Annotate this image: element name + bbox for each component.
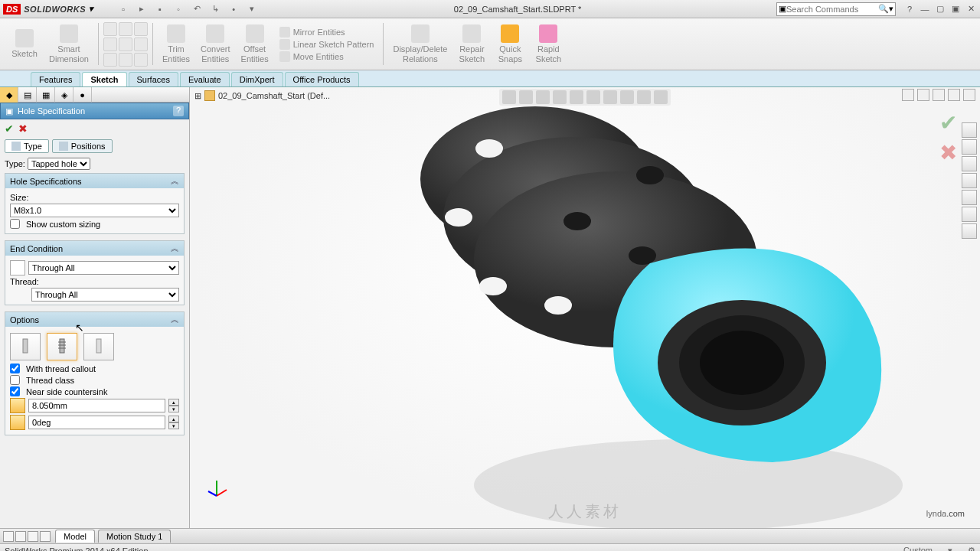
rapid-sketch-button[interactable]: Rapid Sketch — [530, 20, 567, 68]
maximize-icon[interactable]: ▣ — [949, 3, 962, 15]
minimize-icon[interactable]: — — [919, 3, 931, 15]
tab-motion-study[interactable]: Motion Study 1 — [98, 530, 171, 543]
help-icon[interactable]: ? — [903, 3, 916, 15]
search-commands[interactable]: ▣ 🔍 ▾ — [776, 2, 896, 16]
display-relations-button[interactable]: Display/Delete Relations — [388, 20, 452, 68]
dropdown-icon[interactable]: ▾ — [89, 4, 93, 14]
tab-surfaces[interactable]: Surfaces — [129, 72, 178, 86]
positions-tab-label: Positions — [71, 142, 106, 151]
tab-office-products[interactable]: Office Products — [285, 72, 359, 86]
display-manager-icon[interactable]: ● — [74, 87, 92, 103]
prev-tab-icon[interactable] — [15, 531, 26, 542]
sketch-tools-grid — [103, 20, 148, 68]
collapse-icon[interactable]: ︽ — [171, 243, 179, 254]
collapse-icon[interactable]: ︽ — [171, 175, 179, 187]
tab-model[interactable]: Model — [55, 530, 95, 543]
status-gear-icon[interactable]: ⚙ — [968, 546, 975, 551]
help-icon[interactable]: ? — [173, 106, 184, 116]
select-icon[interactable]: ↳ — [208, 2, 222, 16]
offset-entities-button[interactable]: Offset Entities — [237, 20, 273, 68]
tab-evaluate[interactable]: Evaluate — [180, 72, 230, 86]
end-condition-select[interactable]: Through All — [28, 261, 179, 275]
collapse-icon[interactable]: ︽ — [171, 314, 179, 325]
remove-thread-option[interactable] — [83, 333, 114, 360]
point-icon[interactable] — [103, 53, 117, 67]
fillet-icon[interactable] — [134, 53, 148, 67]
next-tab-icon[interactable] — [28, 531, 38, 542]
tab-features[interactable]: Features — [31, 72, 80, 86]
trim-entities-button[interactable]: Trim Entities — [158, 20, 194, 68]
pattern-icon — [279, 39, 290, 50]
svg-rect-5 — [96, 339, 101, 353]
spin-up[interactable]: ▴ — [168, 399, 179, 406]
arc-icon[interactable] — [134, 22, 148, 36]
repair-sketch-button[interactable]: Repair Sketch — [453, 20, 490, 68]
size-select[interactable]: M8x1.0 — [10, 204, 179, 217]
print-icon[interactable]: ◦ — [172, 2, 185, 16]
thread-class-checkbox[interactable] — [10, 375, 20, 385]
rebuild-icon[interactable]: • — [227, 2, 240, 16]
property-manager-icon[interactable]: ▤ — [18, 87, 37, 103]
cosmetic-thread-option[interactable] — [10, 333, 41, 360]
undo-icon[interactable]: ↶ — [190, 2, 204, 16]
search-input[interactable] — [786, 5, 878, 14]
dimxpert-manager-icon[interactable]: ◈ — [55, 87, 74, 103]
tab-type[interactable]: Type — [5, 139, 49, 153]
status-units-icon[interactable]: ▾ — [948, 546, 952, 551]
tab-dimxpert[interactable]: DimXpert — [231, 72, 283, 86]
circle-icon[interactable] — [119, 22, 132, 36]
open-icon[interactable]: ▸ — [135, 2, 149, 16]
size-label: Size: — [10, 193, 179, 202]
thread-display-options — [10, 333, 179, 360]
spline-icon[interactable] — [134, 37, 148, 51]
config-manager-icon[interactable]: ▦ — [37, 87, 55, 103]
spin-down[interactable]: ▾ — [168, 406, 179, 412]
new-icon[interactable]: ▫ — [116, 2, 130, 16]
convert-entities-button[interactable]: Convert Entities — [196, 20, 235, 68]
display-label: Display/Delete Relations — [393, 44, 447, 63]
offset-label: Offset Entities — [241, 44, 269, 63]
with-thread-callout-checkbox[interactable] — [10, 364, 20, 373]
first-tab-icon[interactable] — [3, 531, 14, 542]
last-tab-icon[interactable] — [40, 531, 51, 542]
smart-dimension-button[interactable]: Smart Dimension — [44, 20, 93, 68]
section-header[interactable]: End Condition︽ — [5, 241, 184, 256]
quick-snaps-button[interactable]: Quick Snaps — [492, 20, 528, 68]
direction-icon[interactable] — [10, 260, 25, 276]
cancel-button[interactable]: ✖ — [18, 122, 28, 135]
search-icon[interactable]: 🔍 — [878, 4, 889, 14]
save-icon[interactable]: ▪ — [153, 2, 167, 16]
watermark-secondary: 人人素材 — [548, 501, 622, 522]
ellipse-icon[interactable] — [119, 53, 132, 67]
cs-angle-input[interactable] — [28, 416, 165, 429]
status-edition: SolidWorks Premium 2014 x64 Edition — [5, 546, 149, 552]
slot-icon[interactable] — [119, 37, 132, 51]
feature-tree-icon[interactable]: ◆ — [0, 87, 18, 103]
linear-pattern-button[interactable]: Linear Sketch Pattern — [279, 39, 374, 50]
type-select[interactable]: Tapped hole — [28, 158, 90, 170]
ok-button[interactable]: ✔ — [5, 122, 14, 135]
sketch-button[interactable]: Sketch — [6, 20, 43, 68]
graphics-viewport[interactable]: ⊞ 02_09_Camshaft_Start (Def... ✔ ✖ — [190, 87, 980, 528]
close-icon[interactable]: ✕ — [965, 3, 977, 15]
line-icon[interactable] — [103, 22, 117, 36]
restore-icon[interactable]: ▢ — [934, 3, 946, 15]
tab-positions[interactable]: Positions — [52, 139, 113, 153]
near-side-countersink-checkbox[interactable] — [10, 386, 20, 396]
command-tabs: Features Sketch Surfaces Evaluate DimXpe… — [0, 70, 980, 87]
thread-select[interactable]: Through All — [31, 288, 179, 302]
section-header[interactable]: Hole Specifications︽ — [5, 174, 184, 188]
show-custom-sizing-checkbox[interactable] — [10, 219, 20, 229]
move-entities-button[interactable]: Move Entities — [279, 51, 374, 62]
thread-with-callout-option[interactable] — [47, 333, 77, 360]
section-header[interactable]: Options︽ — [5, 312, 184, 327]
mirror-entities-button[interactable]: Mirror Entities — [279, 27, 374, 37]
spin-down[interactable]: ▾ — [168, 422, 179, 429]
section-title: Options — [10, 315, 39, 324]
spin-up[interactable]: ▴ — [168, 416, 179, 422]
search-dropdown-icon[interactable]: ▾ — [889, 4, 893, 14]
options-icon[interactable]: ▾ — [245, 2, 259, 16]
cs-depth-input[interactable] — [28, 399, 165, 412]
tab-sketch[interactable]: Sketch — [82, 72, 126, 86]
rectangle-icon[interactable] — [103, 37, 117, 51]
